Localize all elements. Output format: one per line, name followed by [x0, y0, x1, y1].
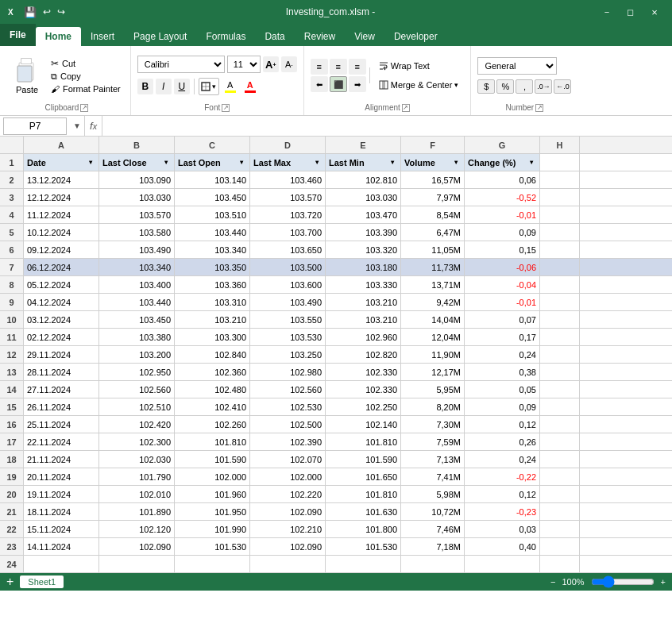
quick-access-save[interactable]: 💾	[24, 6, 37, 18]
cell[interactable]: 0,24	[465, 346, 540, 363]
cell[interactable]: 103.210	[175, 311, 250, 328]
cell[interactable]: 11,90M	[401, 346, 465, 363]
cell[interactable]: 101.650	[326, 468, 401, 485]
cell[interactable]: 103.340	[175, 241, 250, 258]
cell[interactable]: 27.11.2024	[24, 381, 99, 398]
close-button[interactable]: ×	[643, 1, 666, 23]
cell[interactable]: 102.510	[99, 398, 175, 415]
row-header[interactable]: 21	[0, 503, 24, 520]
row-header[interactable]: 14	[0, 381, 24, 398]
cell[interactable]: 103.720	[250, 206, 326, 223]
cell[interactable]	[540, 486, 580, 502]
cell[interactable]	[540, 468, 580, 485]
cell[interactable]: 5,98M	[401, 486, 465, 502]
cell[interactable]: 103.700	[250, 224, 326, 241]
cell[interactable]: 102.410	[175, 398, 250, 415]
cell[interactable]: 103.310	[175, 294, 250, 310]
cell[interactable]: 103.530	[250, 329, 326, 345]
cell[interactable]: 101.890	[99, 503, 175, 520]
cell[interactable]: 12,04M	[401, 329, 465, 345]
cell[interactable]: 11,73M	[401, 259, 465, 275]
cell[interactable]	[540, 294, 580, 310]
cell[interactable]: 16,57M	[401, 171, 465, 188]
cell[interactable]: 102.330	[326, 364, 401, 380]
cell[interactable]: 12,17M	[401, 364, 465, 380]
cell[interactable]: 101.630	[326, 503, 401, 520]
cell[interactable]	[540, 189, 580, 206]
cell[interactable]	[540, 206, 580, 223]
row-header[interactable]: 10	[0, 311, 24, 328]
row-header[interactable]: 7	[0, 259, 24, 275]
cell[interactable]: 101.810	[326, 433, 401, 450]
cell[interactable]: 18.11.2024	[24, 503, 99, 520]
cell[interactable]: 101.790	[99, 468, 175, 485]
align-center-button[interactable]: ⬛	[330, 76, 347, 92]
cell[interactable]: 102.030	[99, 451, 175, 468]
cell[interactable]	[540, 224, 580, 241]
cell[interactable]: 20.11.2024	[24, 468, 99, 485]
cell[interactable]: 102.530	[250, 398, 326, 415]
cell[interactable]: 102.500	[250, 416, 326, 433]
cell[interactable]: 102.220	[250, 486, 326, 502]
cell[interactable]: 103.500	[250, 259, 326, 275]
cell[interactable]: 102.000	[250, 468, 326, 485]
cell[interactable]: 0,12	[465, 416, 540, 433]
quick-access-undo[interactable]: ↩	[43, 6, 51, 17]
add-sheet-button[interactable]: +	[6, 575, 14, 589]
cell[interactable]: 13,71M	[401, 276, 465, 293]
cell[interactable]: 102.330	[326, 381, 401, 398]
cell[interactable]: 103.470	[326, 206, 401, 223]
cell[interactable]: 103.490	[99, 241, 175, 258]
cell[interactable]: 7,46M	[401, 521, 465, 537]
format-painter-button[interactable]: 🖌 Format Painter	[48, 83, 124, 94]
cell[interactable]: -0,06	[465, 259, 540, 275]
sheet-tab-sheet1[interactable]: Sheet1	[20, 575, 64, 588]
cell[interactable]: -0,01	[465, 294, 540, 310]
cell[interactable]: 102.820	[326, 346, 401, 363]
increase-decimal-button[interactable]: .0→	[535, 79, 552, 94]
cell[interactable]: 103.200	[99, 346, 175, 363]
cut-button[interactable]: ✂ Cut	[48, 57, 124, 70]
cell[interactable]: 103.390	[326, 224, 401, 241]
row-header[interactable]: 24	[0, 556, 24, 572]
cell[interactable]: 103.030	[99, 189, 175, 206]
tab-review[interactable]: Review	[295, 27, 345, 46]
row-header[interactable]: 6	[0, 241, 24, 258]
decrease-font-button[interactable]: A-	[281, 56, 297, 72]
col-header-g[interactable]: G	[465, 137, 540, 153]
cell[interactable]: 0,06	[465, 171, 540, 188]
row-header[interactable]: 15	[0, 398, 24, 415]
cell[interactable]: 11,05M	[401, 241, 465, 258]
cell[interactable]	[401, 556, 465, 572]
col-header-a[interactable]: A	[24, 137, 99, 153]
paste-button[interactable]: Paste	[10, 55, 44, 96]
tab-formulas[interactable]: Formulas	[196, 27, 255, 46]
cell[interactable]: 0,09	[465, 398, 540, 415]
cell[interactable]: -0,52	[465, 189, 540, 206]
zoom-out-button[interactable]: −	[550, 577, 555, 587]
cell[interactable]: 103.570	[250, 189, 326, 206]
cell[interactable]: 8,20M	[401, 398, 465, 415]
cell[interactable]: 26.11.2024	[24, 398, 99, 415]
filter-arrow-icon[interactable]: ▾	[451, 158, 461, 167]
cell[interactable]: 28.11.2024	[24, 364, 99, 380]
cell[interactable]	[540, 521, 580, 537]
cell[interactable]: 101.590	[326, 451, 401, 468]
filter-arrow-icon[interactable]: ▾	[237, 158, 246, 167]
cell[interactable]: 103.210	[326, 294, 401, 310]
cell[interactable]: 101.530	[326, 538, 401, 555]
cell[interactable]: 103.330	[326, 276, 401, 293]
bold-button[interactable]: B	[137, 79, 153, 94]
cell[interactable]: 102.000	[175, 468, 250, 485]
cell[interactable]: 102.260	[175, 416, 250, 433]
cell[interactable]: 103.510	[175, 206, 250, 223]
cell[interactable]: 5,95M	[401, 381, 465, 398]
cell[interactable]: 103.340	[99, 259, 175, 275]
filter-arrow-icon[interactable]: ▾	[388, 158, 397, 167]
number-format-select[interactable]: General	[477, 57, 557, 75]
row-header[interactable]: 5	[0, 224, 24, 241]
wrap-text-button[interactable]: Wrap Text	[373, 57, 465, 75]
cell[interactable]: 103.360	[175, 276, 250, 293]
row-header[interactable]: 13	[0, 364, 24, 380]
cell[interactable]	[540, 259, 580, 275]
